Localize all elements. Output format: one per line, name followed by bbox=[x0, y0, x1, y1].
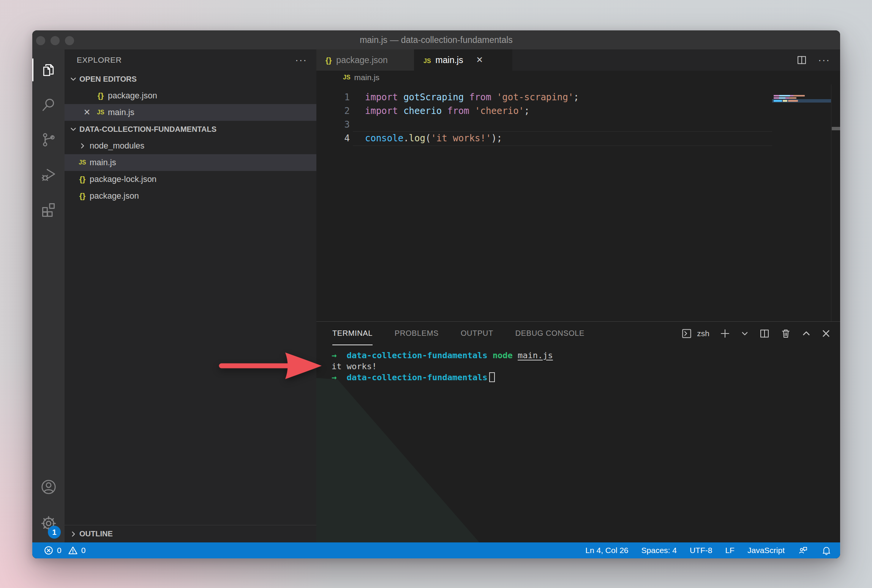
open-editors-list: {}package.json✕JSmain.js bbox=[65, 87, 316, 121]
minimap[interactable] bbox=[772, 84, 831, 321]
file-label: package-lock.json bbox=[90, 174, 156, 184]
panel-tab-terminal[interactable]: TERMINAL bbox=[332, 322, 373, 345]
terminal-shell-chip[interactable]: zsh bbox=[681, 328, 709, 339]
chevron-down-icon bbox=[70, 125, 77, 133]
json-file-icon: {} bbox=[75, 191, 90, 201]
code-line-2: import cheerio from 'cheerio'; bbox=[365, 104, 772, 118]
errors-icon bbox=[44, 545, 54, 555]
desktop-background: main.js — data-collection-fundamentals bbox=[0, 0, 872, 588]
settings-button[interactable]: 1 bbox=[32, 504, 65, 542]
chevron-right-icon bbox=[70, 530, 77, 538]
status-item-utf-8[interactable]: UTF-8 bbox=[690, 546, 712, 555]
file-label: main.js bbox=[90, 158, 116, 168]
sidebar-item-package.json[interactable]: {}package.json bbox=[65, 188, 316, 204]
source-control-icon bbox=[40, 131, 57, 148]
search-activity-button[interactable] bbox=[32, 87, 65, 122]
run-debug-activity-button[interactable] bbox=[32, 157, 65, 192]
open-editor-item-package.json[interactable]: {}package.json bbox=[65, 87, 316, 104]
panel-tab-output[interactable]: OUTPUT bbox=[461, 322, 493, 345]
close-window-button[interactable] bbox=[36, 36, 45, 45]
files-icon bbox=[40, 62, 57, 78]
source-control-activity-button[interactable] bbox=[32, 122, 65, 157]
terminal-output[interactable]: → data-collection-fundamentals node main… bbox=[316, 345, 840, 542]
status-item-javascript[interactable]: JavaScript bbox=[747, 546, 785, 555]
sidebar-item-node_modules[interactable]: node_modules bbox=[65, 138, 316, 154]
explorer-sidebar: EXPLORER ··· OPEN EDITORS {}package.json… bbox=[65, 49, 316, 542]
kill-terminal-trash-icon[interactable] bbox=[780, 328, 791, 339]
code-lines: import gotScraping from 'got-scraping';i… bbox=[353, 84, 772, 321]
breadcrumb[interactable]: JS main.js bbox=[316, 71, 840, 84]
feedback-icon[interactable] bbox=[798, 545, 808, 556]
bottom-panel: TERMINALPROBLEMSOUTPUTDEBUG CONSOLE zsh bbox=[316, 321, 840, 542]
close-editor-icon[interactable]: ✕ bbox=[81, 107, 93, 117]
minimize-window-button[interactable] bbox=[51, 36, 60, 45]
status-item-spaces-4[interactable]: Spaces: 4 bbox=[641, 546, 677, 555]
terminal-actions: zsh bbox=[681, 328, 831, 339]
file-tree: node_modulesJSmain.js{}package-lock.json… bbox=[65, 138, 316, 204]
extensions-activity-button[interactable] bbox=[32, 192, 65, 227]
line-numbers-gutter: 1234 bbox=[316, 84, 353, 321]
panel-header: TERMINALPROBLEMSOUTPUTDEBUG CONSOLE zsh bbox=[316, 322, 840, 345]
terminal-line: → data-collection-fundamentals bbox=[332, 372, 840, 383]
code-line-4: console.log('it works!'); bbox=[365, 131, 772, 145]
panel-tab-problems[interactable]: PROBLEMS bbox=[395, 322, 439, 345]
chevron-down-icon bbox=[70, 75, 77, 83]
tab-label: package.json bbox=[336, 55, 388, 65]
editor-tabs-bar: {}package.jsonJSmain.js✕ ··· bbox=[316, 49, 840, 71]
status-item-ln-4-col-26[interactable]: Ln 4, Col 26 bbox=[585, 546, 628, 555]
new-terminal-icon[interactable] bbox=[719, 328, 731, 339]
close-tab-icon[interactable]: ✕ bbox=[476, 55, 483, 65]
zoom-window-button[interactable] bbox=[65, 36, 74, 45]
settings-badge: 1 bbox=[48, 526, 61, 539]
terminal-dropdown-chevron-icon[interactable] bbox=[741, 329, 749, 338]
split-editor-icon[interactable] bbox=[796, 54, 807, 66]
status-item-lf[interactable]: LF bbox=[725, 546, 735, 555]
accounts-button[interactable] bbox=[32, 469, 65, 504]
vscode-window: main.js — data-collection-fundamentals bbox=[32, 30, 840, 558]
code-line-1: import gotScraping from 'got-scraping'; bbox=[365, 90, 772, 104]
annotation-arrow bbox=[211, 348, 325, 384]
js-file-icon: JS bbox=[75, 159, 90, 166]
more-actions-icon[interactable]: ··· bbox=[818, 54, 830, 66]
js-file-icon: JS bbox=[93, 109, 108, 116]
window-controls bbox=[36, 36, 74, 45]
notifications-bell-icon[interactable] bbox=[821, 545, 832, 556]
json-file-icon: {} bbox=[325, 55, 332, 65]
open-editor-item-main.js[interactable]: ✕JSmain.js bbox=[65, 104, 316, 121]
problems-status-item[interactable]: 0 0 bbox=[44, 545, 85, 555]
open-editors-section-header[interactable]: OPEN EDITORS bbox=[65, 71, 316, 87]
panel-tabs: TERMINALPROBLEMSOUTPUTDEBUG CONSOLE bbox=[332, 322, 584, 345]
editor-group: {}package.jsonJSmain.js✕ ··· JS main.js … bbox=[316, 49, 840, 542]
warnings-icon bbox=[68, 545, 78, 555]
sidebar-item-package-lock.json[interactable]: {}package-lock.json bbox=[65, 171, 316, 188]
account-icon bbox=[40, 478, 57, 496]
chevron-right-icon bbox=[75, 142, 90, 150]
maximize-panel-chevron-icon[interactable] bbox=[801, 329, 811, 338]
explorer-activity-button[interactable] bbox=[32, 52, 65, 87]
terminal-line: it works! bbox=[332, 361, 840, 372]
editor-actions: ··· bbox=[796, 49, 840, 71]
activity-bar: 1 bbox=[32, 49, 65, 542]
close-panel-icon[interactable] bbox=[821, 329, 831, 338]
title-bar: main.js — data-collection-fundamentals bbox=[32, 30, 840, 49]
status-bar: 0 0 Ln 4, Col 26Spaces: 4UTF-8LFJavaScri… bbox=[32, 542, 840, 558]
json-file-icon: {} bbox=[75, 175, 90, 184]
editor-tab-package.json[interactable]: {}package.json bbox=[316, 49, 414, 71]
editor-scrollbar[interactable] bbox=[831, 84, 840, 321]
folder-section-header[interactable]: DATA-COLLECTION-FUNDAMENTALS bbox=[65, 121, 316, 138]
terminal-icon bbox=[681, 328, 692, 339]
file-label: node_modules bbox=[90, 141, 144, 151]
minimap-current-line bbox=[772, 99, 831, 103]
code-editor[interactable]: 1234 import gotScraping from 'got-scrapi… bbox=[316, 84, 840, 321]
split-terminal-icon[interactable] bbox=[759, 328, 770, 339]
breadcrumb-item: main.js bbox=[354, 73, 380, 82]
sidebar-item-main.js[interactable]: JSmain.js bbox=[65, 154, 316, 171]
outline-section-header[interactable]: OUTLINE bbox=[65, 525, 316, 542]
search-icon bbox=[40, 96, 57, 113]
panel-tab-debug-console[interactable]: DEBUG CONSOLE bbox=[515, 322, 584, 345]
file-label: package.json bbox=[108, 91, 157, 101]
code-line-3 bbox=[365, 118, 772, 131]
js-file-icon: JS bbox=[423, 55, 431, 65]
scrollbar-thumb[interactable] bbox=[832, 127, 840, 130]
editor-tab-main.js[interactable]: JSmain.js✕ bbox=[414, 49, 512, 71]
